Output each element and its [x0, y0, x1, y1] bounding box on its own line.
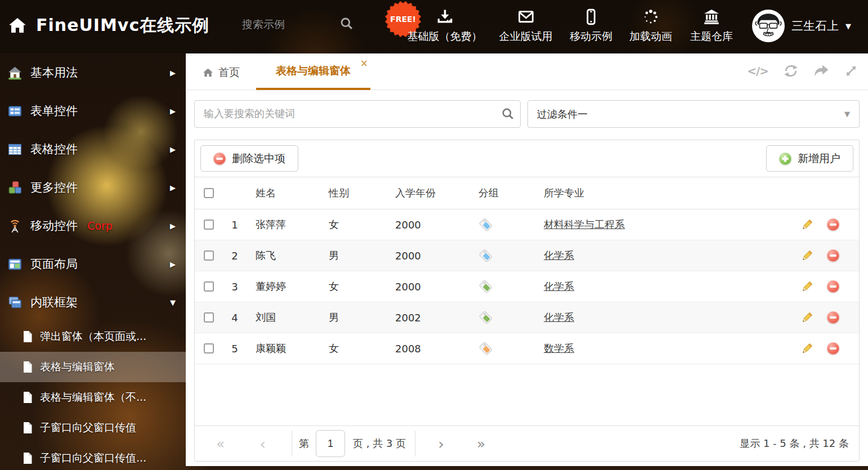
- major-link[interactable]: 化学系: [544, 311, 574, 323]
- cell-name: 张萍萍: [247, 218, 320, 231]
- sidebar-item-mobile-controls[interactable]: 移动控件 Corp ▶: [0, 207, 186, 245]
- grid-toolbar: 删除选中项 新增用户: [195, 140, 859, 177]
- row-checkbox[interactable]: [204, 312, 214, 323]
- sidebar-item-label: 表单控件: [30, 103, 78, 119]
- cell-gender: 女: [320, 280, 386, 293]
- prev-page-button[interactable]: ‹: [259, 436, 266, 451]
- cell-group: [469, 248, 535, 263]
- app-window: FineUIMvc在线示例 FREE! 基础版（免费） 企业版试用 移动示: [0, 0, 868, 470]
- sidebar-item-label: 内联框架: [30, 294, 78, 310]
- cell-year: 2000: [386, 281, 469, 293]
- button-label: 新增用户: [798, 151, 840, 166]
- delete-selected-button[interactable]: 删除选中项: [200, 145, 298, 172]
- minus-circle-icon: [213, 153, 226, 165]
- filter-dropdown[interactable]: 过滤条件一 ▼: [527, 100, 860, 128]
- nav-basic-free[interactable]: 基础版（免费）: [408, 8, 482, 44]
- sidebar-item-inline-frames[interactable]: 内联框架 ▼: [0, 283, 186, 321]
- sidebar-item-label: 基本用法: [30, 65, 78, 80]
- antenna-icon: [8, 219, 22, 233]
- cell-group: [469, 279, 535, 294]
- sidebar-subitem-child-to-parent[interactable]: 子窗口向父窗口传值: [0, 413, 186, 443]
- sidebar-subitem-label: 子窗口向父窗口传值: [40, 420, 136, 435]
- row-checkbox[interactable]: [204, 343, 214, 353]
- nav-loading-animation[interactable]: 加载动画: [629, 8, 672, 44]
- user-menu[interactable]: 三生石上 ▼: [752, 10, 851, 42]
- nav-theme-store[interactable]: 主题仓库: [690, 8, 733, 44]
- page-suffix: 页 , 共 3 页: [353, 437, 406, 450]
- row-number: 2: [223, 250, 247, 262]
- major-link[interactable]: 数学系: [544, 342, 574, 354]
- delete-icon[interactable]: [827, 218, 839, 231]
- last-page-button[interactable]: »: [477, 437, 485, 451]
- nav-label: 加载动画: [629, 29, 672, 44]
- row-checkbox[interactable]: [204, 281, 214, 292]
- header-search-input[interactable]: [242, 19, 326, 31]
- row-number: 3: [223, 281, 247, 293]
- form-icon: [8, 104, 22, 118]
- sidebar-item-basic-usage[interactable]: 基本用法 ▶: [0, 53, 186, 92]
- delete-icon[interactable]: [827, 311, 839, 324]
- close-icon[interactable]: ×: [360, 59, 368, 68]
- home-icon: [8, 16, 27, 35]
- row-checkbox[interactable]: [204, 250, 214, 261]
- brand[interactable]: FineUIMvc在线示例: [8, 14, 209, 37]
- data-grid-panel: 删除选中项 新增用户 姓名 性别 入学年份 分组 所学专业 1 张萍萍: [194, 140, 860, 462]
- tag-icon: [478, 310, 493, 325]
- major-link[interactable]: 材料科学与工程系: [544, 218, 625, 230]
- major-link[interactable]: 化学系: [544, 280, 574, 292]
- table-row: 4 刘国 男 2002 化学系: [195, 302, 859, 333]
- sidebar-subitem-popup-window[interactable]: 弹出窗体（本页面或...: [0, 321, 186, 352]
- refresh-icon[interactable]: [784, 64, 798, 78]
- sidebar-subitem-label: 弹出窗体（本页面或...: [40, 329, 146, 344]
- edit-icon[interactable]: [800, 342, 813, 355]
- button-label: 删除选中项: [232, 151, 285, 166]
- share-icon[interactable]: [813, 64, 829, 78]
- select-all-checkbox[interactable]: [204, 188, 214, 198]
- edit-icon[interactable]: [800, 249, 813, 262]
- nav-mobile-demo[interactable]: 移动示例: [570, 8, 612, 44]
- frames-icon: [8, 296, 22, 310]
- first-page-button[interactable]: «: [216, 437, 225, 451]
- tab-grid-edit-window[interactable]: 表格与编辑窗体 ×: [256, 53, 370, 90]
- tab-label: 首页: [218, 65, 240, 80]
- row-number: 4: [223, 312, 247, 324]
- sidebar-subitem-child-to-parent-2[interactable]: 子窗口向父窗口传值...: [0, 443, 186, 470]
- cell-year: 2000: [386, 250, 469, 262]
- sidebar: 基本用法 ▶ 表单控件 ▶ 表格控件 ▶ 更多控件 ▶ 移动控件 Corp ▶ …: [0, 53, 186, 470]
- search-icon[interactable]: [339, 16, 354, 31]
- row-number: 1: [223, 219, 247, 231]
- sidebar-item-page-layout[interactable]: 页面布局 ▶: [0, 245, 186, 283]
- sidebar-subitem-grid-edit-window[interactable]: 表格与编辑窗体: [0, 352, 186, 382]
- cell-group: [469, 217, 535, 232]
- cell-name: 董婷婷: [247, 280, 320, 293]
- edit-icon[interactable]: [800, 280, 813, 293]
- sidebar-item-form-controls[interactable]: 表单控件 ▶: [0, 92, 186, 130]
- sidebar-item-grid-controls[interactable]: 表格控件 ▶: [0, 130, 186, 168]
- download-icon: [436, 8, 453, 25]
- source-code-icon[interactable]: </>: [747, 64, 768, 78]
- sidebar-item-more-controls[interactable]: 更多控件 ▶: [0, 168, 186, 207]
- cell-year: 2008: [386, 343, 469, 355]
- page-number-input[interactable]: [316, 430, 345, 457]
- sidebar-subitem-label: 表格与编辑窗体: [40, 360, 115, 374]
- corp-badge: Corp: [87, 220, 113, 232]
- column-major: 所学专业: [535, 186, 791, 200]
- major-link[interactable]: 化学系: [544, 249, 574, 261]
- add-user-button[interactable]: 新增用户: [766, 145, 853, 172]
- tab-home[interactable]: 首页: [203, 65, 240, 80]
- delete-icon[interactable]: [827, 342, 839, 355]
- sidebar-item-label: 移动控件: [30, 218, 78, 234]
- grid-empty-space: [195, 364, 859, 426]
- delete-icon[interactable]: [827, 280, 839, 293]
- nav-enterprise-trial[interactable]: 企业版试用: [499, 8, 553, 44]
- search-icon[interactable]: [501, 107, 515, 121]
- edit-icon[interactable]: [800, 218, 813, 231]
- expand-icon[interactable]: [844, 64, 858, 78]
- next-page-button[interactable]: ›: [438, 436, 444, 451]
- edit-icon[interactable]: [800, 311, 813, 324]
- row-checkbox[interactable]: [204, 220, 214, 230]
- sidebar-subitem-label: 表格与编辑窗体（不...: [40, 390, 146, 405]
- delete-icon[interactable]: [827, 249, 839, 262]
- sidebar-subitem-grid-edit-window-2[interactable]: 表格与编辑窗体（不...: [0, 382, 186, 413]
- keyword-search-input[interactable]: [194, 100, 521, 128]
